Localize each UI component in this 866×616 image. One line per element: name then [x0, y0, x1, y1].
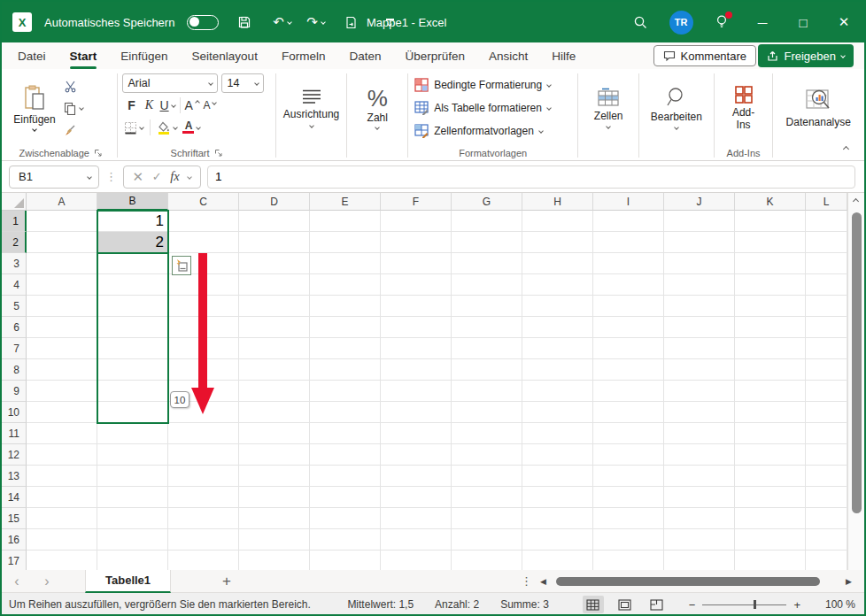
cell-K15[interactable] — [735, 508, 806, 529]
cell-F8[interactable] — [381, 359, 452, 381]
cell-G9[interactable] — [452, 381, 522, 402]
cell-E4[interactable] — [310, 274, 381, 296]
autosave-toggle[interactable] — [187, 15, 219, 30]
cell-L13[interactable] — [806, 466, 847, 487]
font-dialog-launcher-icon[interactable] — [214, 149, 223, 158]
cell-K12[interactable] — [735, 444, 806, 466]
cell-J12[interactable] — [664, 444, 735, 466]
cell-K9[interactable] — [735, 381, 806, 402]
add-sheet-button[interactable]: + — [222, 573, 231, 590]
column-header-D[interactable]: D — [239, 193, 310, 211]
decrease-font-button[interactable]: A — [201, 96, 219, 115]
cell-E1[interactable] — [310, 211, 381, 232]
row-header-5[interactable]: 5 — [2, 296, 27, 317]
formula-input[interactable]: 1 — [207, 166, 855, 189]
row-header-10[interactable]: 10 — [2, 402, 27, 423]
cell-K14[interactable] — [735, 487, 806, 508]
tab-start[interactable]: Start — [70, 42, 97, 69]
cell-F13[interactable] — [381, 466, 452, 487]
cell-B17[interactable] — [97, 551, 168, 570]
zoom-out-button[interactable]: − — [689, 598, 696, 612]
cell-L17[interactable] — [806, 551, 847, 570]
cell-C12[interactable] — [168, 444, 239, 466]
row-header-12[interactable]: 12 — [2, 444, 27, 466]
cell-C11[interactable] — [168, 423, 239, 444]
cell-D5[interactable] — [239, 296, 310, 317]
cell-H11[interactable] — [522, 423, 593, 444]
cell-G4[interactable] — [452, 274, 522, 296]
sheet-next-icon[interactable]: › — [32, 574, 62, 589]
cell-K16[interactable] — [735, 529, 806, 551]
cell-I14[interactable] — [593, 487, 664, 508]
cell-D17[interactable] — [239, 551, 310, 570]
cell-J17[interactable] — [664, 551, 735, 570]
cell-D7[interactable] — [239, 338, 310, 359]
name-box[interactable]: B1 — [9, 166, 99, 189]
conditional-formatting-button[interactable]: Bedingte Formatierung — [413, 74, 573, 96]
cell-K7[interactable] — [735, 338, 806, 359]
save-icon[interactable] — [231, 9, 258, 35]
cell-B4[interactable] — [97, 274, 168, 296]
sheet-prev-icon[interactable]: ‹ — [2, 574, 32, 589]
row-header-8[interactable]: 8 — [2, 359, 27, 381]
cell-E12[interactable] — [310, 444, 381, 466]
cell-E3[interactable] — [310, 253, 381, 274]
tab-überprüfen[interactable]: Überprüfen — [405, 42, 465, 69]
select-all-corner[interactable] — [2, 193, 27, 211]
cell-I11[interactable] — [593, 423, 664, 444]
cell-G13[interactable] — [452, 466, 522, 487]
tab-seitenlayout[interactable]: Seitenlayout — [192, 42, 258, 69]
cell-L7[interactable] — [806, 338, 847, 359]
search-icon[interactable] — [620, 2, 661, 42]
cell-A3[interactable] — [27, 253, 97, 274]
cell-F14[interactable] — [381, 487, 452, 508]
cells-button[interactable]: Zellen — [594, 88, 623, 128]
cell-E8[interactable] — [310, 359, 381, 381]
cell-F3[interactable] — [381, 253, 452, 274]
cell-K8[interactable] — [735, 359, 806, 381]
cell-A4[interactable] — [27, 274, 97, 296]
cell-C16[interactable] — [168, 529, 239, 551]
column-header-I[interactable]: I — [593, 193, 664, 211]
sheetbar-splitter[interactable]: ⋮ — [521, 574, 532, 588]
cell-K17[interactable] — [735, 551, 806, 570]
cell-L9[interactable] — [806, 381, 847, 402]
cell-H12[interactable] — [522, 444, 593, 466]
cell-G7[interactable] — [452, 338, 522, 359]
cell-K13[interactable] — [735, 466, 806, 487]
cell-C14[interactable] — [168, 487, 239, 508]
cell-B8[interactable] — [97, 359, 168, 381]
cell-H14[interactable] — [522, 487, 593, 508]
borders-button[interactable] — [122, 118, 145, 137]
cancel-icon[interactable]: ✕ — [133, 169, 144, 185]
row-header-14[interactable]: 14 — [2, 487, 27, 508]
close-button[interactable]: ✕ — [823, 2, 864, 42]
status-sum[interactable]: Summe: 3 — [500, 598, 549, 611]
cell-D16[interactable] — [239, 529, 310, 551]
column-header-J[interactable]: J — [664, 193, 735, 211]
cell-A11[interactable] — [27, 423, 97, 444]
cell-L5[interactable] — [806, 296, 847, 317]
vertical-scrollbar[interactable] — [847, 193, 864, 570]
horizontal-scrollbar-thumb[interactable] — [556, 577, 820, 586]
cell-K6[interactable] — [735, 317, 806, 338]
cell-I10[interactable] — [593, 402, 664, 423]
cell-L16[interactable] — [806, 529, 847, 551]
cell-D9[interactable] — [239, 381, 310, 402]
cell-I5[interactable] — [593, 296, 664, 317]
column-header-H[interactable]: H — [522, 193, 593, 211]
cell-F1[interactable] — [381, 211, 452, 232]
formula-bar-splitter[interactable]: ⋮ — [105, 170, 117, 183]
cell-H4[interactable] — [522, 274, 593, 296]
row-header-3[interactable]: 3 — [2, 253, 27, 274]
row-header-6[interactable]: 6 — [2, 317, 27, 338]
cell-L6[interactable] — [806, 317, 847, 338]
cell-A14[interactable] — [27, 487, 97, 508]
normal-view-button[interactable] — [583, 596, 604, 613]
cell-J14[interactable] — [664, 487, 735, 508]
cell-K2[interactable] — [735, 232, 806, 253]
cell-I13[interactable] — [593, 466, 664, 487]
cell-H8[interactable] — [522, 359, 593, 381]
cell-J15[interactable] — [664, 508, 735, 529]
cell-B10[interactable] — [97, 402, 168, 423]
